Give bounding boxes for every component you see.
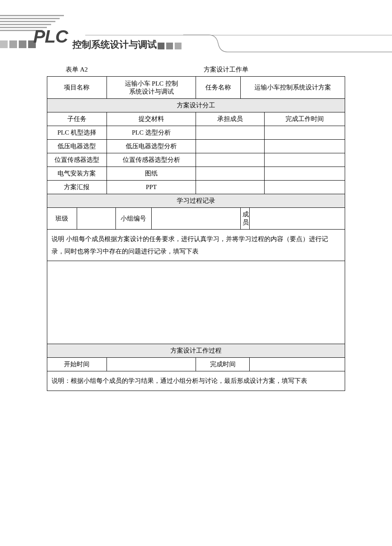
section-process-title: 方案设计工作过程 <box>47 344 345 358</box>
table-row: 位置传感器选型 位置传感器选型分析 <box>47 153 345 167</box>
table-row <box>47 261 345 344</box>
time-cell <box>265 153 345 167</box>
group-value <box>151 208 241 230</box>
material-cell: 低压电器选型分析 <box>107 140 196 153</box>
section-record-title: 学习过程记录 <box>47 194 345 208</box>
col-member: 承担成员 <box>196 112 265 126</box>
time-cell <box>265 126 345 140</box>
section-header: 学习过程记录 <box>47 194 345 208</box>
table-row: 开始时间 完成时间 <box>47 358 345 371</box>
member-cell <box>196 140 265 153</box>
page-subtitle: 控制系统设计与调试 <box>72 38 157 51</box>
table-row: 方案汇报 PPT <box>47 181 345 194</box>
class-value <box>77 208 115 230</box>
member-cell <box>196 126 265 140</box>
time-cell <box>265 167 345 181</box>
table-row: PLC 机型选择 PLC 选型分析 <box>47 126 345 140</box>
end-time-label: 完成时间 <box>196 358 250 371</box>
subtask-cell: 位置传感器选型 <box>47 153 107 167</box>
record-note: 说明 小组每个成员根据方案设计的任务要求，进行认真学习，并将学习过程的内容（要点… <box>47 230 345 261</box>
col-material: 提交材料 <box>107 112 196 126</box>
header-squares-right <box>158 43 182 49</box>
task-name-label: 任务名称 <box>196 77 241 99</box>
project-name-label: 项目名称 <box>47 77 107 99</box>
form-header: 表单 A2 方案设计工作单 <box>47 64 345 76</box>
group-label: 小组编号 <box>115 208 151 230</box>
table-row: 子任务 提交材料 承担成员 完成工作时间 <box>47 112 345 126</box>
header-curve <box>183 34 392 53</box>
form-title: 方案设计工作单 <box>107 66 345 74</box>
col-subtask: 子任务 <box>47 112 107 126</box>
member-value <box>250 208 345 230</box>
subtask-cell: 方案汇报 <box>47 181 107 194</box>
table-row: 电气安装方案 图纸 <box>47 167 345 181</box>
section-header: 方案设计工作过程 <box>47 344 345 358</box>
material-cell: 图纸 <box>107 167 196 181</box>
time-cell <box>265 181 345 194</box>
col-time: 完成工作时间 <box>265 112 345 126</box>
member-label: 成员 <box>241 208 250 230</box>
worksheet-form: 表单 A2 方案设计工作单 项目名称 运输小车 PLC 控制 系统设计与调试 任… <box>47 64 345 391</box>
subtask-cell: PLC 机型选择 <box>47 126 107 140</box>
table-row: 低压电器选型 低压电器选型分析 <box>47 140 345 153</box>
task-name-value: 运输小车控制系统设计方案 <box>241 77 345 99</box>
member-cell <box>196 167 265 181</box>
end-time-value <box>250 358 345 371</box>
record-entry-area <box>47 261 345 344</box>
member-cell <box>196 153 265 167</box>
member-cell <box>196 181 265 194</box>
worksheet-table: 项目名称 运输小车 PLC 控制 系统设计与调试 任务名称 运输小车控制系统设计… <box>47 76 345 391</box>
start-time-value <box>107 358 196 371</box>
subtask-cell: 低压电器选型 <box>47 140 107 153</box>
logo-plc: PLC <box>33 26 68 47</box>
form-number: 表单 A2 <box>47 66 107 74</box>
table-row: 说明：根据小组每个成员的学习结果，通过小组分析与讨论，最后形成设计方案，填写下表 <box>47 371 345 391</box>
section-division-title: 方案设计分工 <box>47 99 345 112</box>
time-cell <box>265 140 345 153</box>
subtask-cell: 电气安装方案 <box>47 167 107 181</box>
material-cell: PPT <box>107 181 196 194</box>
material-cell: 位置传感器选型分析 <box>107 153 196 167</box>
table-row: 项目名称 运输小车 PLC 控制 系统设计与调试 任务名称 运输小车控制系统设计… <box>47 77 345 99</box>
table-row: 说明 小组每个成员根据方案设计的任务要求，进行认真学习，并将学习过程的内容（要点… <box>47 230 345 261</box>
start-time-label: 开始时间 <box>47 358 107 371</box>
process-note: 说明：根据小组每个成员的学习结果，通过小组分析与讨论，最后形成设计方案，填写下表 <box>47 371 345 391</box>
material-cell: PLC 选型分析 <box>107 126 196 140</box>
section-header: 方案设计分工 <box>47 99 345 112</box>
class-label: 班级 <box>47 208 77 230</box>
project-name-value: 运输小车 PLC 控制 系统设计与调试 <box>107 77 196 99</box>
header-squares-left <box>0 40 36 48</box>
table-row: 班级 小组编号 成员 <box>47 208 345 230</box>
